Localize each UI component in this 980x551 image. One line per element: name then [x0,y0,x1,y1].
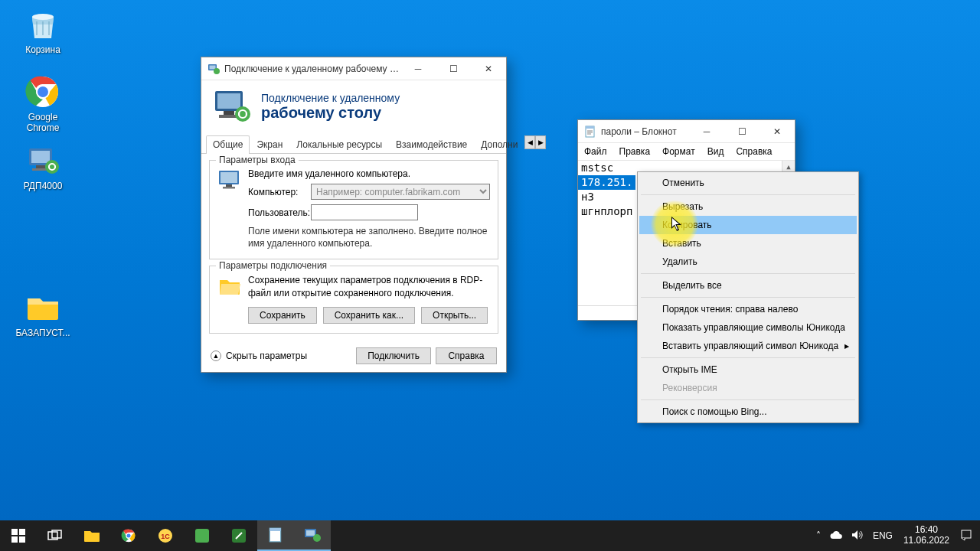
ctx-open-ime[interactable]: Открыть IME [639,360,857,379]
taskbar-rdp[interactable] [294,520,331,551]
save-as-button[interactable]: Сохранить как... [323,307,415,324]
svg-rect-13 [217,93,240,109]
menu-edit[interactable]: Правка [613,145,657,158]
tab-screen[interactable]: Экран [250,135,289,154]
save-button[interactable]: Сохранить [248,307,317,324]
separator [641,194,855,195]
conn-text: Сохранение текущих параметров подключени… [248,274,490,298]
svg-rect-10 [210,65,216,69]
svg-point-43 [313,534,321,542]
open-button[interactable]: Открыть... [421,307,488,324]
taskview-button[interactable] [37,520,74,551]
desktop-icon-label: Корзина [14,44,72,55]
ctx-insert-unicode[interactable]: Вставить управляющий символ Юникода [639,337,857,355]
maximize-button[interactable]: ☐ [724,120,760,143]
rdp-titlebar[interactable]: Подключение к удаленному рабочему с... ─… [201,57,506,80]
connect-button[interactable]: Подключить [356,347,431,364]
menu-format[interactable]: Формат [656,145,701,158]
desktop-icon-rdp4000[interactable]: РДП4000 [14,142,72,191]
taskbar-app-green[interactable] [184,520,220,551]
rdp-header: Подключение к удаленному рабочему столу [201,80,506,135]
svg-point-11 [214,68,220,74]
minimize-button[interactable]: ─ [400,57,436,80]
tab-experience[interactable]: Взаимодействие [389,135,474,154]
tab-scroll-right[interactable]: ▶ [535,135,546,149]
minimize-button[interactable]: ─ [689,120,724,143]
help-button[interactable]: Справка [436,347,497,364]
ctx-rtl[interactable]: Порядок чтения: справа налево [639,300,857,318]
svg-text:1C: 1C [161,533,170,540]
folder-icon [24,289,61,326]
svg-rect-27 [19,529,25,535]
svg-rect-18 [220,172,237,183]
rdp-tabs: Общие Экран Локальные ресурсы Взаимодейс… [201,135,506,154]
maximize-button[interactable]: ☐ [436,57,471,80]
computer-label: Компьютер: [248,187,311,197]
rdp-footer: ▲ Скрыть параметры Подключить Справка [201,340,506,372]
ctx-delete[interactable]: Удалить [639,253,857,271]
svg-rect-28 [11,536,18,543]
close-button[interactable]: ✕ [471,57,506,80]
rdp-logo-icon [214,88,250,125]
tray-notifications-icon[interactable] [956,529,977,543]
desktop-icon-label: БАЗАПУСТ... [14,328,72,338]
tab-local-resources[interactable]: Локальные ресурсы [289,135,389,154]
notepad-title-text: пароли – Блокнот [601,126,689,137]
tray-lang[interactable]: ENG [868,530,897,541]
ctx-show-unicode[interactable]: Показать управляющие символы Юникода [639,318,857,337]
taskbar-explorer[interactable] [74,520,110,551]
ctx-undo[interactable]: Отменить [639,174,857,192]
menu-file[interactable]: Файл [578,145,613,158]
context-menu: Отменить Вырезать Копировать Вставить Уд… [637,171,859,423]
svg-point-16 [235,106,250,122]
rdp-titlebar-icon [207,63,220,75]
hide-params-toggle[interactable]: ▲ Скрыть параметры [211,350,307,361]
separator [641,273,855,274]
taskbar-app-tool[interactable] [220,520,257,551]
tab-scroll-left[interactable]: ◀ [524,135,535,149]
group-login-params: Параметры входа Введите имя удаленного к… [209,160,498,259]
desktop-icon-bazapust[interactable]: БАЗАПУСТ... [14,289,72,338]
notepad-titlebar[interactable]: пароли – Блокнот ─ ☐ ✕ [578,120,795,143]
group-conn-legend: Параметры подключения [216,260,330,271]
svg-rect-42 [306,530,315,536]
notepad-menubar: Файл Правка Формат Вид Справка [578,143,795,160]
system-tray: ˄ ENG 16:40 11.06.2022 [812,525,980,546]
desktop-icon-recycle-bin[interactable]: Корзина [14,6,72,55]
svg-point-8 [45,160,59,174]
tab-advanced[interactable]: Дополни [474,135,524,154]
chrome-icon [24,73,61,110]
recycle-bin-icon [24,6,61,43]
tray-cloud-icon[interactable] [825,530,847,542]
ctx-cut[interactable]: Вырезать [639,197,857,216]
tray-expand-icon[interactable]: ˄ [812,530,825,541]
tray-clock[interactable]: 16:40 11.06.2022 [897,525,956,546]
menu-help[interactable]: Справка [730,145,778,158]
start-button[interactable] [0,520,37,551]
user-label: Пользователь: [248,207,311,218]
ctx-select-all[interactable]: Выделить все [639,276,857,295]
taskbar-chrome[interactable] [110,520,147,551]
close-button[interactable]: ✕ [760,120,795,143]
svg-rect-29 [19,536,25,543]
rdp-file-icon [24,142,61,179]
taskbar-notepad[interactable] [257,520,294,551]
user-input[interactable] [311,204,418,220]
ctx-paste[interactable]: Вставить [639,234,857,253]
tab-general[interactable]: Общие [206,135,250,154]
group-connection-params: Параметры подключения Сохранение текущих… [209,266,498,333]
svg-rect-5 [31,151,50,163]
taskbar: 1C ˄ ENG 16:40 11.06.2022 [0,520,980,551]
folder-open-icon [217,274,242,298]
ctx-copy[interactable]: Копировать [639,216,857,234]
menu-view[interactable]: Вид [701,145,730,158]
separator [641,357,855,358]
taskbar-1c[interactable]: 1C [147,520,184,551]
svg-point-0 [32,14,54,20]
computer-select[interactable]: Например: computer.fabrikam.com [311,184,490,200]
svg-rect-20 [223,187,235,189]
svg-rect-26 [11,529,18,535]
tray-volume-icon[interactable] [847,530,868,543]
ctx-bing-search[interactable]: Поиск с помощью Bing... [639,403,857,421]
desktop-icon-google-chrome[interactable]: Google Chrome [14,73,72,133]
